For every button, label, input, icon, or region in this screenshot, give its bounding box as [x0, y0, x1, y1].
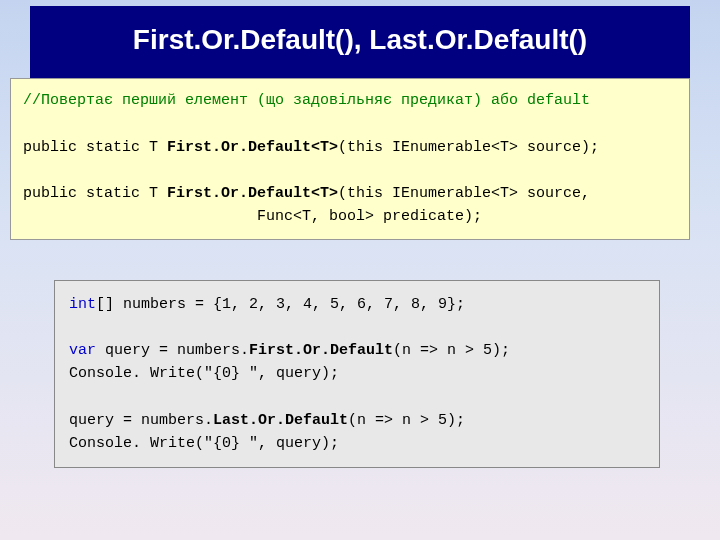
signature-2a: public static T First.Or.Default<T>(this… — [23, 182, 677, 205]
code-line-5: Console. Write("{0} ", query); — [69, 432, 645, 455]
blank-line — [23, 112, 677, 135]
code-line-4: query = numbers.Last.Or.Default(n => n >… — [69, 409, 645, 432]
blank-line — [69, 386, 645, 409]
signature-2b: Func<T, bool> predicate); — [23, 205, 677, 228]
blank-line — [23, 159, 677, 182]
blank-line — [69, 316, 645, 339]
comment-line: //Повертає перший елемент (що задовільня… — [23, 89, 677, 112]
example-box: int[] numbers = {1, 2, 3, 4, 5, 6, 7, 8,… — [54, 280, 660, 469]
slide-header: First.Or.Default(), Last.Or.Default() — [30, 6, 690, 78]
signature-box: //Повертає перший елемент (що задовільня… — [10, 78, 690, 240]
code-line-2: var query = numbers.First.Or.Default(n =… — [69, 339, 645, 362]
signature-1: public static T First.Or.Default<T>(this… — [23, 136, 677, 159]
code-line-3: Console. Write("{0} ", query); — [69, 362, 645, 385]
code-line-1: int[] numbers = {1, 2, 3, 4, 5, 6, 7, 8,… — [69, 293, 645, 316]
slide-title: First.Or.Default(), Last.Or.Default() — [50, 24, 670, 56]
